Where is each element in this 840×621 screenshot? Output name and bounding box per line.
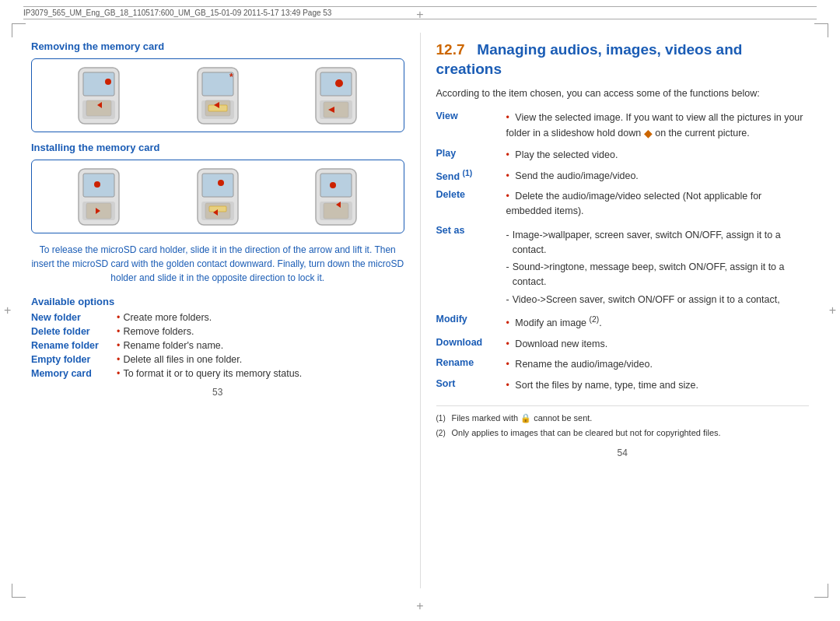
option-row-rename-folder: Rename folder •Rename folder's name. <box>31 340 404 351</box>
sort-icon: ◆ <box>644 125 653 142</box>
svg-rect-3 <box>86 100 111 116</box>
selected-word: selected <box>644 191 681 202</box>
bullet-icon: • <box>117 340 120 351</box>
phone-img-2: * <box>187 66 249 125</box>
bullet-icon: • <box>506 149 509 160</box>
option-val-empty-folder: •Delete all files in one folder. <box>117 354 404 365</box>
phone-img-4 <box>68 167 130 226</box>
option-row-memory-card: Memory card •To format it or to query it… <box>31 368 404 379</box>
phone-img-1 <box>68 66 130 125</box>
feature-desc-view: • View the selected image. If you want t… <box>506 111 810 142</box>
footnote-num-2: (2) <box>436 427 452 439</box>
set-as-text1: Image->wallpaper, screen saver, switch O… <box>513 228 809 258</box>
phone-img-3 <box>305 66 367 125</box>
page-left: Removing the memory card <box>23 33 421 588</box>
bullet-icon: • <box>117 354 120 365</box>
feature-desc-send: • Send the audio/image/video. <box>506 169 810 184</box>
set-as-item2: - Sound->ringtone, message beep, switch … <box>506 260 810 289</box>
bullet-icon: • <box>506 380 509 391</box>
chapter-title: Managing audios, images, videos and crea… <box>436 41 743 77</box>
footnote-1: (1) Files marked with 🔒 cannot be sent. <box>436 412 810 424</box>
set-as-item3: - Video->Screen saver, switch ON/OFF or … <box>506 293 810 307</box>
footnote-2: (2) Only applies to images that can be c… <box>436 427 810 439</box>
feature-key-rename: Rename <box>436 357 506 368</box>
feature-send: Send (1) • Send the audio/image/video. <box>436 169 810 184</box>
svg-point-24 <box>94 181 100 188</box>
feature-key-play: Play <box>436 148 506 159</box>
bullet-icon: • <box>117 326 120 337</box>
option-key-empty-folder: Empty folder <box>31 354 117 365</box>
lock-icon: 🔒 <box>520 413 531 423</box>
feature-play: Play • Play the selected video. <box>436 148 810 163</box>
removing-phone-box: * <box>31 58 404 132</box>
page-num-left: 53 <box>31 387 404 398</box>
feature-desc-rename: • Rename the audio/image/video. <box>506 357 810 372</box>
bullet-icon: • <box>117 312 120 323</box>
svg-rect-35 <box>324 203 348 219</box>
options-list: New folder •Create more folders. Delete … <box>31 312 404 379</box>
phone-img-5 <box>187 167 249 226</box>
feature-set-as: Set as - Image->wallpaper, screen saver,… <box>436 225 810 307</box>
chapter-heading: 12.7 Managing audios, images, videos and… <box>436 40 810 79</box>
option-key-new-folder: New folder <box>31 312 117 323</box>
footnote-text-1: Files marked with 🔒 cannot be sent. <box>452 412 810 424</box>
option-row-empty-folder: Empty folder •Delete all files in one fo… <box>31 354 404 365</box>
svg-point-30 <box>218 180 224 186</box>
feature-desc-download: • Download new items. <box>506 337 810 352</box>
dash-icon: - <box>506 228 509 258</box>
intro-text: According to the item chosen, you can ac… <box>436 86 810 101</box>
feature-key-download: Download <box>436 337 506 348</box>
svg-point-37 <box>330 182 336 188</box>
bullet-icon: • <box>506 170 509 181</box>
dash-icon: - <box>506 293 509 307</box>
section2-title: Installing the memory card <box>31 142 404 153</box>
set-as-text2: Sound->ringtone, message beep, switch ON… <box>513 260 809 289</box>
svg-rect-16 <box>324 102 348 118</box>
bullet-icon: • <box>506 318 509 328</box>
option-val-delete-folder: •Remove folders. <box>117 326 404 337</box>
feature-key-view: View <box>436 111 506 121</box>
feature-key-modify: Modify <box>436 314 506 325</box>
set-as-item1: - Image->wallpaper, screen saver, switch… <box>506 228 810 258</box>
feature-key-send: Send (1) <box>436 169 506 182</box>
feature-view: View • View the selected image. If you w… <box>436 111 810 142</box>
svg-text:*: * <box>229 72 233 82</box>
feature-desc-delete: • Delete the audio/image/video selected … <box>506 189 810 219</box>
cross-mark-left <box>4 303 11 318</box>
set-as-text3: Video->Screen saver, switch ON/OFF or as… <box>513 293 780 307</box>
feature-key-sort: Sort <box>436 378 506 389</box>
cross-mark-bottom <box>416 599 423 613</box>
svg-rect-7 <box>202 72 233 96</box>
cross-mark-right <box>829 303 836 318</box>
page-num-right: 54 <box>436 447 810 458</box>
option-row-new-folder: New folder •Create more folders. <box>31 312 404 323</box>
bullet-icon: • <box>506 191 509 202</box>
feature-delete: Delete • Delete the audio/image/video se… <box>436 189 810 219</box>
option-val-memory-card: •To format it or to query its memory sta… <box>117 368 404 379</box>
feature-download: Download • Download new items. <box>436 337 810 352</box>
chapter-num: 12.7 <box>436 41 465 58</box>
feature-desc-play: • Play the selected video. <box>506 148 810 163</box>
option-key-memory-card: Memory card <box>31 368 117 379</box>
feature-desc-modify: • Modify an image (2). <box>506 314 810 331</box>
svg-point-17 <box>335 79 343 87</box>
installing-phone-box <box>31 160 404 233</box>
feature-desc-sort: • Sort the files by name, type, time and… <box>506 378 810 393</box>
content-area: Removing the memory card <box>23 33 817 588</box>
feature-desc-set-as: - Image->wallpaper, screen saver, switch… <box>506 225 810 307</box>
svg-point-5 <box>105 79 111 85</box>
footnote-num-1: (1) <box>436 412 452 424</box>
footnote-text-2: Only applies to images that can be clear… <box>452 427 810 439</box>
feature-key-delete: Delete <box>436 189 506 200</box>
page-right: 12.7 Managing audios, images, videos and… <box>421 33 817 588</box>
option-val-rename-folder: •Rename folder's name. <box>117 340 404 351</box>
feature-sort: Sort • Sort the files by name, type, tim… <box>436 378 810 393</box>
feature-key-set-as: Set as <box>436 225 506 236</box>
svg-rect-26 <box>202 174 233 197</box>
header-text: IP3079_565_UM_Eng_GB_18_110517:600_UM_GB… <box>23 9 331 17</box>
bullet-icon: • <box>506 339 509 349</box>
bullet-icon: • <box>506 359 509 370</box>
desc-text: To release the microSD card holder, slid… <box>31 243 404 285</box>
bullet-icon: • <box>117 368 120 379</box>
bullet-icon: • <box>506 112 509 123</box>
